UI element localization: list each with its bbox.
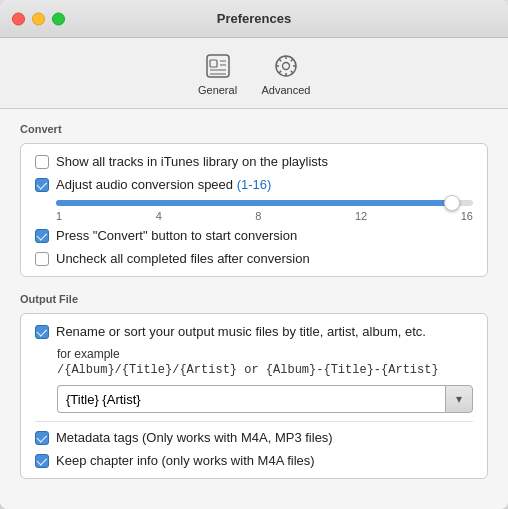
tab-general[interactable]: General bbox=[186, 46, 250, 100]
tab-general-label: General bbox=[198, 84, 237, 96]
slider-label-8: 8 bbox=[255, 210, 261, 222]
preferences-window: Preferences General bbox=[0, 0, 508, 509]
titlebar: Preferences bbox=[0, 0, 508, 38]
rename-sort-label: Rename or sort your output music files b… bbox=[56, 324, 426, 339]
rename-sort-checkbox[interactable] bbox=[35, 325, 49, 339]
maximize-button[interactable] bbox=[52, 12, 65, 25]
toolbar: General Advanced bbox=[0, 38, 508, 109]
example-label: for example bbox=[57, 347, 473, 361]
speed-slider-fill bbox=[56, 200, 452, 206]
speed-slider-labels: 1 4 8 12 16 bbox=[56, 210, 473, 222]
example-code: /{Album}/{Title}/{Artist} or {Album}-{Ti… bbox=[57, 363, 473, 377]
close-button[interactable] bbox=[12, 12, 25, 25]
svg-line-13 bbox=[291, 71, 293, 73]
slider-label-12: 12 bbox=[355, 210, 367, 222]
tab-advanced[interactable]: Advanced bbox=[250, 46, 323, 100]
output-file-section-box: Rename or sort your output music files b… bbox=[20, 313, 488, 479]
content-area: Convert Show all tracks in iTunes librar… bbox=[0, 109, 508, 509]
general-icon bbox=[202, 50, 234, 82]
rename-sort-row: Rename or sort your output music files b… bbox=[35, 324, 473, 339]
minimize-button[interactable] bbox=[32, 12, 45, 25]
show-tracks-checkbox[interactable] bbox=[35, 155, 49, 169]
show-tracks-row: Show all tracks in iTunes library on the… bbox=[35, 154, 473, 169]
output-format-input[interactable] bbox=[57, 385, 445, 413]
metadata-tags-row: Metadata tags (Only works with M4A, MP3 … bbox=[35, 430, 473, 445]
show-tracks-label: Show all tracks in iTunes library on the… bbox=[56, 154, 328, 169]
convert-section: Convert Show all tracks in iTunes librar… bbox=[20, 123, 488, 277]
press-convert-row: Press "Convert" button to start conversi… bbox=[35, 228, 473, 243]
svg-line-15 bbox=[279, 71, 281, 73]
keep-chapter-row: Keep chapter info (only works with M4A f… bbox=[35, 453, 473, 468]
uncheck-completed-checkbox[interactable] bbox=[35, 252, 49, 266]
uncheck-completed-row: Uncheck all completed files after conver… bbox=[35, 251, 473, 266]
svg-line-12 bbox=[279, 59, 281, 61]
press-convert-checkbox[interactable] bbox=[35, 229, 49, 243]
convert-section-box: Show all tracks in iTunes library on the… bbox=[20, 143, 488, 277]
slider-label-16: 16 bbox=[461, 210, 473, 222]
speed-slider-thumb[interactable] bbox=[444, 195, 460, 211]
speed-slider-track[interactable] bbox=[56, 200, 473, 206]
svg-rect-1 bbox=[210, 60, 217, 67]
output-file-section-title: Output File bbox=[20, 293, 488, 305]
svg-line-14 bbox=[291, 59, 293, 61]
metadata-tags-label: Metadata tags (Only works with M4A, MP3 … bbox=[56, 430, 333, 445]
window-title: Preferences bbox=[217, 11, 291, 26]
adjust-speed-row: Adjust audio conversion speed (1-16) bbox=[35, 177, 473, 192]
keep-chapter-label: Keep chapter info (only works with M4A f… bbox=[56, 453, 315, 468]
slider-label-1: 1 bbox=[56, 210, 62, 222]
press-convert-label: Press "Convert" button to start conversi… bbox=[56, 228, 297, 243]
output-format-dropdown[interactable] bbox=[445, 385, 473, 413]
uncheck-completed-label: Uncheck all completed files after conver… bbox=[56, 251, 310, 266]
divider bbox=[35, 421, 473, 422]
svg-point-7 bbox=[283, 63, 290, 70]
keep-chapter-checkbox[interactable] bbox=[35, 454, 49, 468]
metadata-tags-checkbox[interactable] bbox=[35, 431, 49, 445]
convert-section-title: Convert bbox=[20, 123, 488, 135]
output-file-section: Output File Rename or sort your output m… bbox=[20, 293, 488, 479]
speed-slider-area: 1 4 8 12 16 bbox=[56, 200, 473, 222]
adjust-speed-label: Adjust audio conversion speed (1-16) bbox=[56, 177, 271, 192]
advanced-icon bbox=[270, 50, 302, 82]
window-controls bbox=[12, 12, 65, 25]
adjust-speed-checkbox[interactable] bbox=[35, 178, 49, 192]
slider-label-4: 4 bbox=[156, 210, 162, 222]
output-input-row bbox=[57, 385, 473, 413]
tab-advanced-label: Advanced bbox=[262, 84, 311, 96]
